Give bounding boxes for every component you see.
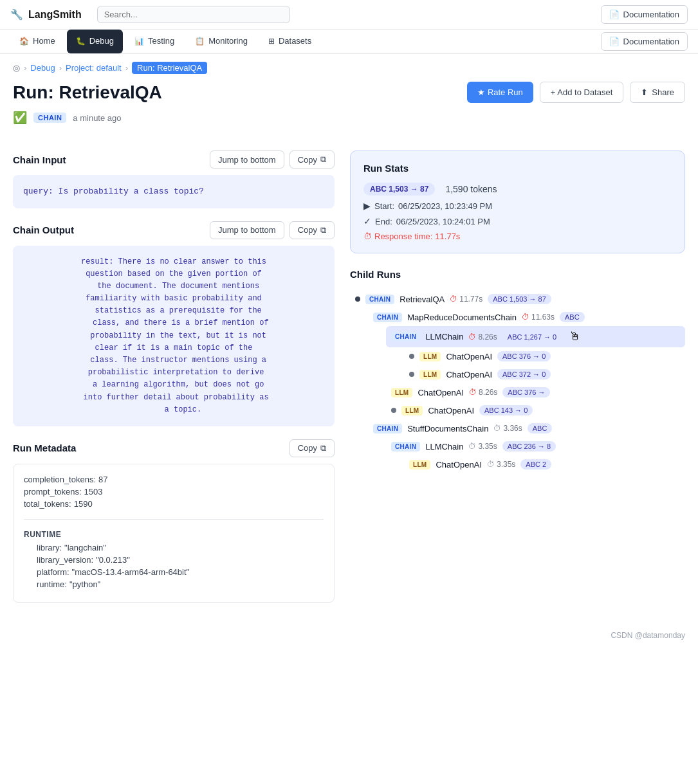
runtime-section-label: RUNTIME [24, 530, 324, 539]
chain-output-header: Chain Output Jump to bottom Copy ⧉ [13, 221, 335, 239]
tree-dot [409, 372, 414, 377]
tree-node-2[interactable]: CHAIN LLMChain ⏱ 8.26s ABC 1,267 → 0 🖱 [386, 326, 685, 347]
completion-tokens-row: completion_tokens: 87 [24, 475, 324, 484]
node-time: ⏱ 11.63s [522, 313, 555, 322]
monitoring-icon: 📋 [195, 37, 205, 46]
watermark: CSDN @datamonday [0, 626, 698, 645]
add-to-dataset-button[interactable]: + Add to Dataset [540, 82, 623, 103]
share-icon: ⬆ [641, 87, 648, 97]
clock-gray-icon: ⏱ [468, 442, 476, 451]
node-name: ChatOpenAI [436, 460, 482, 469]
node-tokens: ABC 1,267 → 0 [502, 332, 562, 342]
node-badge: CHAIN [373, 424, 402, 433]
doc-button-right[interactable]: 📄 Documentation [601, 32, 688, 51]
node-tokens: ABC 372 → 0 [497, 369, 551, 379]
chain-output-copy-button[interactable]: Copy ⧉ [289, 221, 335, 239]
prompt-tokens-row: prompt_tokens: 1503 [24, 487, 324, 497]
node-tokens: ABC [528, 423, 553, 433]
node-badge: LLM [419, 352, 441, 361]
right-panel: Run Stats ABC 1,503 → 87 1,590 tokens ▶ … [350, 150, 685, 613]
search-input[interactable] [97, 6, 290, 23]
node-badge: LLM [401, 406, 423, 415]
top-bar: 🔧 LangSmith 📄 Documentation [0, 0, 698, 30]
tree-node-7[interactable]: CHAIN StuffDocumentsChain ⏱ 3.36s ABC [368, 419, 685, 437]
run-metadata-copy-button[interactable]: Copy ⧉ [289, 439, 335, 457]
tree-node-3[interactable]: LLM ChatOpenAI ABC 376 → 0 [404, 347, 685, 365]
nav-home[interactable]: 🏠 Home [10, 30, 64, 53]
token-summary-row: ABC 1,503 → 87 1,590 tokens [363, 183, 672, 196]
chain-output-title: Chain Output [13, 224, 74, 235]
runtime-details: library: "langchain" library_version: "0… [24, 543, 324, 589]
node-badge: CHAIN [365, 295, 394, 304]
clock-icon: ⏱ [522, 313, 529, 322]
play-icon: ▶ [363, 201, 371, 211]
metadata-divider [24, 519, 324, 520]
rate-run-button[interactable]: ★ Rate Run [467, 82, 533, 103]
page-title: Run: RetrievalQA [13, 82, 162, 103]
run-type-badge: CHAIN [33, 113, 66, 123]
clock-icon: ⏱ [450, 295, 457, 304]
home-icon: 🏠 [19, 37, 29, 46]
node-tokens: ABC 143 → 0 [479, 405, 533, 415]
page-header: Run: RetrievalQA ★ Rate Run + Add to Dat… [0, 82, 698, 103]
library-row: library: "langchain" [37, 543, 324, 552]
platform-row: platform: "macOS-13.4-arm64-arm-64bit" [37, 567, 324, 577]
logo: 🔧 LangSmith [10, 8, 82, 21]
response-time-row: ⏱ Response time: 11.77s [363, 232, 672, 241]
node-badge: CHAIN [373, 313, 402, 322]
chain-output-value: result: There is no clear answer to this… [13, 246, 335, 426]
nav-datasets[interactable]: ⊞ Datasets [259, 30, 320, 53]
run-info-row: ✅ CHAIN a minute ago [0, 111, 698, 138]
copy-icon-3: ⧉ [320, 443, 326, 453]
nav-bar: 🏠 Home 🐛 Debug 📊 Testing 📋 Monitoring ⊞ … [0, 30, 698, 54]
start-time-row: ▶ Start: 06/25/2023, 10:23:49 PM [363, 201, 672, 211]
run-metadata-content: completion_tokens: 87 prompt_tokens: 150… [13, 464, 335, 603]
chain-input-jump-button[interactable]: Jump to bottom [210, 150, 284, 169]
token-badge: ABC 1,503 → 87 [363, 183, 435, 196]
node-time: ⏱ 3.36s [493, 424, 522, 433]
tree-node-0[interactable]: CHAIN RetrievalQA ⏱ 11.77s ABC 1,503 → 8… [350, 290, 685, 308]
child-runs-title: Child Runs [350, 269, 685, 280]
node-name: LLMChain [425, 442, 463, 451]
tree-node-4[interactable]: LLM ChatOpenAI ABC 372 → 0 [404, 365, 685, 383]
chain-input-actions: Jump to bottom Copy ⧉ [210, 150, 335, 169]
share-button[interactable]: ⬆ Share [630, 82, 685, 103]
clock-icon: ⏱ [363, 232, 372, 241]
node-name: LLMChain [425, 332, 463, 342]
nav-debug[interactable]: 🐛 Debug [67, 30, 123, 53]
node-tokens: ABC [560, 312, 585, 322]
node-badge: LLM [391, 388, 412, 397]
library-version-row: library_version: "0.0.213" [37, 555, 324, 565]
tree-node-6[interactable]: LLM ChatOpenAI ABC 143 → 0 [386, 401, 685, 419]
nav-monitoring[interactable]: 📋 Monitoring [186, 30, 257, 53]
chain-input-value: query: Is probability a class topic? [13, 175, 335, 208]
breadcrumb-project[interactable]: Project: default [66, 63, 122, 73]
run-metadata-title: Run Metadata [13, 442, 76, 453]
node-name: ChatOpenAI [446, 352, 492, 361]
header-actions: ★ Rate Run + Add to Dataset ⬆ Share [467, 82, 685, 103]
clock-icon: ⏱ [469, 388, 477, 397]
node-badge: CHAIN [391, 442, 420, 451]
tree-node-1[interactable]: CHAIN MapReduceDocumentsChain ⏱ 11.63s A… [368, 308, 685, 326]
node-tokens: ABC 1,503 → 87 [488, 294, 551, 304]
node-name: ChatOpenAI [418, 388, 464, 397]
breadcrumb-debug[interactable]: Debug [30, 63, 55, 73]
child-runs-section: Child Runs CHAIN RetrievalQA ⏱ 11.77s AB… [350, 269, 685, 473]
doc-icon: 📄 [609, 10, 620, 19]
chain-output-jump-button[interactable]: Jump to bottom [210, 221, 284, 239]
documentation-button[interactable]: 📄 Documentation [601, 5, 688, 24]
node-name: ChatOpenAI [446, 370, 492, 379]
node-badge: CHAIN [391, 332, 420, 342]
nav-testing[interactable]: 📊 Testing [125, 30, 183, 53]
tree-node-9[interactable]: LLM ChatOpenAI ⏱ 3.35s ABC 2 [404, 455, 685, 473]
node-name: StuffDocumentsChain [407, 424, 488, 433]
home-breadcrumb-icon[interactable]: ◎ [13, 63, 20, 73]
node-time: ⏱ 3.35s [487, 460, 515, 469]
tree-node-5[interactable]: LLM ChatOpenAI ⏱ 8.26s ABC 376 → [386, 383, 685, 401]
chain-output-actions: Jump to bottom Copy ⧉ [210, 221, 335, 239]
token-count: 1,590 tokens [445, 184, 497, 194]
datasets-icon: ⊞ [268, 37, 275, 46]
node-time: ⏱ 11.77s [450, 295, 482, 304]
tree-node-8[interactable]: CHAIN LLMChain ⏱ 3.35s ABC 236 → 8 [386, 437, 685, 455]
chain-input-copy-button[interactable]: Copy ⧉ [289, 150, 335, 169]
